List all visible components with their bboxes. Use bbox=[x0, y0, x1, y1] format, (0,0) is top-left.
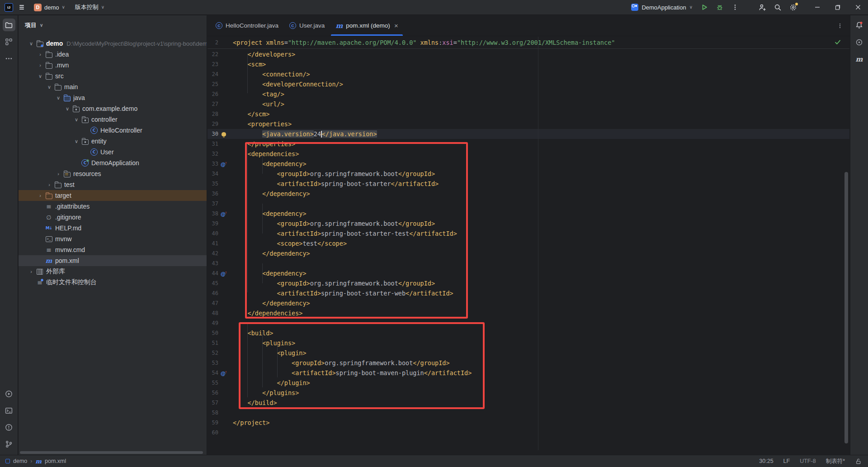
tree-item-demo[interactable]: ∨demoD:\Mycode\MyProject\Blog\project-v1… bbox=[19, 38, 207, 49]
dependency-update-gutter-icon[interactable]: @↑ bbox=[221, 161, 227, 167]
dependency-update-gutter-icon[interactable]: @↑ bbox=[221, 211, 227, 217]
code-line-35[interactable]: 35 <artifactId>spring-boot-starter</arti… bbox=[208, 179, 849, 189]
code-line-41[interactable]: 41 <scope>test</scope> bbox=[208, 238, 849, 248]
code-line-43[interactable]: 43 bbox=[208, 258, 849, 268]
readonly-toggle[interactable] bbox=[855, 458, 862, 465]
run-button[interactable] bbox=[697, 1, 712, 13]
code-line-32[interactable]: 32 <dependencies> bbox=[208, 149, 849, 159]
code-line-36[interactable]: 36 </dependency> bbox=[208, 189, 849, 199]
settings-button[interactable] bbox=[785, 1, 801, 13]
caret-position-widget[interactable]: 30:25 bbox=[759, 458, 773, 464]
tree-item-resources[interactable]: ›resources bbox=[19, 168, 207, 179]
more-actions-button[interactable] bbox=[727, 1, 743, 13]
code-line-58[interactable]: 58 bbox=[208, 408, 849, 418]
tab-close-icon[interactable]: × bbox=[394, 22, 398, 29]
tree-item-mvnw.cmd[interactable]: mvnw.cmd bbox=[19, 244, 207, 255]
minimize-button[interactable] bbox=[807, 0, 827, 15]
project-tool-window-button[interactable] bbox=[3, 19, 15, 31]
code-line-37[interactable]: 37 bbox=[208, 199, 849, 209]
editor-vertical-scrollbar[interactable] bbox=[844, 172, 848, 443]
code-line-26[interactable]: 26 <tag/> bbox=[208, 89, 849, 99]
tab-hellocontroller.java[interactable]: CHelloController.java bbox=[210, 15, 284, 36]
tree-item-pom.xml[interactable]: pom.xml bbox=[19, 255, 207, 266]
version-control-tool-window-button[interactable] bbox=[3, 438, 15, 450]
code-line-42[interactable]: 42 </dependency> bbox=[208, 248, 849, 258]
tab-pom.xml-demo-[interactable]: mpom.xml (demo)× bbox=[330, 15, 403, 36]
maven-tool-window-button[interactable]: m bbox=[853, 53, 866, 66]
run-configuration-selector[interactable]: DemoApplication ∨ bbox=[627, 1, 697, 13]
chevron-expanded-icon[interactable]: ∨ bbox=[27, 41, 36, 47]
tree-item-src[interactable]: ∨src bbox=[19, 71, 207, 81]
tree-item-com.example.demo[interactable]: ∨com.example.demo bbox=[19, 103, 207, 114]
search-everywhere-button[interactable] bbox=[770, 1, 785, 13]
chevron-collapsed-icon[interactable]: › bbox=[36, 62, 45, 68]
code-line-40[interactable]: 40 <artifactId>spring-boot-starter-test<… bbox=[208, 229, 849, 238]
more-tool-windows-button[interactable] bbox=[3, 52, 15, 65]
tree-item-main[interactable]: ∨main bbox=[19, 81, 207, 92]
code-line-52[interactable]: 52 <plugin> bbox=[208, 348, 849, 358]
problems-tool-window-button[interactable] bbox=[3, 421, 15, 434]
vcs-widget[interactable]: 版本控制 ∨ bbox=[71, 1, 108, 13]
chevron-expanded-icon[interactable]: ∨ bbox=[36, 73, 45, 79]
tree-item-target[interactable]: ›target bbox=[19, 190, 207, 201]
chevron-collapsed-icon[interactable]: › bbox=[54, 171, 63, 176]
chevron-expanded-icon[interactable]: ∨ bbox=[45, 84, 54, 90]
code-line-34[interactable]: 34 <groupId>org.springframework.boot</gr… bbox=[208, 169, 849, 179]
tree-item-user[interactable]: User bbox=[19, 147, 207, 157]
tree-item-demoapplication[interactable]: DemoApplication bbox=[19, 157, 207, 168]
code-line-48[interactable]: 48 </dependencies> bbox=[208, 308, 849, 318]
code-line-44[interactable]: 44@↑ <dependency> bbox=[208, 268, 849, 278]
chevron-collapsed-icon[interactable]: › bbox=[36, 193, 45, 198]
tree-item-.gitignore[interactable]: .gitignore bbox=[19, 212, 207, 223]
debug-button[interactable] bbox=[712, 1, 727, 13]
tree-item-.mvn[interactable]: ›.mvn bbox=[19, 60, 207, 71]
code-line-54[interactable]: 54@↑ <artifactId>spring-boot-maven-plugi… bbox=[208, 368, 849, 378]
code-line-59[interactable]: 59</project> bbox=[208, 418, 849, 428]
project-panel-header[interactable]: 项目 ∨ bbox=[19, 15, 207, 35]
main-menu-button[interactable] bbox=[16, 1, 28, 13]
run-tool-window-button[interactable] bbox=[3, 387, 15, 400]
line-ending-widget[interactable]: LF bbox=[783, 458, 790, 464]
notifications-button[interactable] bbox=[853, 19, 866, 31]
code-line-31[interactable]: 31 </properties> bbox=[208, 139, 849, 149]
dependency-update-gutter-icon[interactable]: @↑ bbox=[221, 370, 227, 376]
project-panel-horizontal-scrollbar[interactable] bbox=[20, 451, 203, 454]
tree-item-hellocontroller[interactable]: HelloController bbox=[19, 125, 207, 136]
close-button[interactable] bbox=[848, 0, 868, 15]
chevron-expanded-icon[interactable]: ∨ bbox=[72, 138, 81, 144]
code-line-53[interactable]: 53 <groupId>org.springframework.boot</gr… bbox=[208, 358, 849, 368]
tab-user.java[interactable]: CUser.java bbox=[284, 15, 330, 36]
maximize-button[interactable] bbox=[827, 0, 848, 15]
project-widget[interactable]: D demo ∨ bbox=[30, 1, 69, 13]
code-line-49[interactable]: 49 bbox=[208, 318, 849, 328]
tree-item-.idea[interactable]: ›.idea bbox=[19, 49, 207, 60]
code-line-27[interactable]: 27 <url/> bbox=[208, 99, 849, 109]
encoding-widget[interactable]: UTF-8 bbox=[800, 458, 816, 464]
chevron-collapsed-icon[interactable]: › bbox=[45, 182, 54, 187]
code-line-51[interactable]: 51 <plugins> bbox=[208, 338, 849, 348]
code-line-45[interactable]: 45 <groupId>org.springframework.boot</gr… bbox=[208, 278, 849, 288]
structure-tool-window-button[interactable] bbox=[3, 35, 15, 48]
inspections-widget[interactable] bbox=[834, 38, 841, 46]
code-line-50[interactable]: 50 <build> bbox=[208, 328, 849, 338]
code-line-23[interactable]: 23 <scm> bbox=[208, 59, 849, 69]
code-line-56[interactable]: 56 </plugins> bbox=[208, 388, 849, 398]
indent-widget[interactable]: 制表符* bbox=[826, 457, 845, 465]
code-line-55[interactable]: 55 </plugin> bbox=[208, 378, 849, 388]
editor-options-button[interactable] bbox=[837, 23, 849, 29]
code-line-25[interactable]: 25 <developerConnection/> bbox=[208, 79, 849, 89]
code-line-33[interactable]: 33@↑ <dependency> bbox=[208, 159, 849, 169]
tree-item--[interactable]: ›外部库 bbox=[19, 266, 207, 277]
tree-item-entity[interactable]: ∨entity bbox=[19, 136, 207, 147]
terminal-tool-window-button[interactable] bbox=[3, 404, 15, 417]
code-line-24[interactable]: 24 <connection/> bbox=[208, 69, 849, 79]
tree-item-java[interactable]: ∨java bbox=[19, 92, 207, 103]
code-line-57[interactable]: 57 </build> bbox=[208, 398, 849, 408]
intention-bulb-icon[interactable] bbox=[222, 132, 226, 136]
tree-item-.gitattributes[interactable]: .gitattributes bbox=[19, 201, 207, 212]
tree-item-mvnw[interactable]: mvnw bbox=[19, 234, 207, 244]
tree-item-test[interactable]: ›test bbox=[19, 179, 207, 190]
code-with-me-button[interactable] bbox=[755, 1, 770, 13]
chevron-expanded-icon[interactable]: ∨ bbox=[54, 95, 63, 101]
ai-assistant-button[interactable] bbox=[853, 36, 866, 48]
